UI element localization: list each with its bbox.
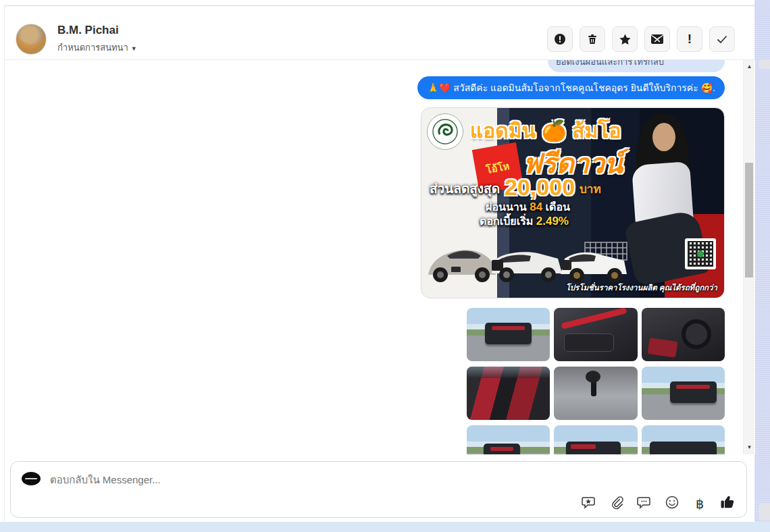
outgoing-message-text: 🙏❤️ สวัสดีค่ะ แอดมินส้มโอจากโชคคูณโชคอุด…: [427, 82, 715, 93]
emoji-button[interactable]: [664, 496, 680, 512]
schedule-conversation-dropdown[interactable]: กำหนดการสนทนา▼: [57, 41, 137, 55]
contact-avatar[interactable]: [16, 24, 47, 55]
outer-page-bottom-strip: [0, 522, 770, 532]
promo-discount-line: ส่วนลดสูงสุด20,000บาท: [430, 174, 601, 201]
attach-button[interactable]: [609, 496, 625, 512]
outer-scrollbar-thumb-bottom[interactable]: [759, 504, 770, 521]
mark-unread-button[interactable]: [644, 26, 670, 52]
photo-gallery: [467, 308, 725, 454]
clipped-message-text: ยอดเงินผ่อนและการโทรกลับ: [556, 60, 664, 67]
clipped-message-bubble[interactable]: ยอดเงินผ่อนและการโทรกลับ: [548, 60, 725, 72]
payment-baht-icon: ฿: [696, 496, 704, 512]
inbox-conversation-page: B.M. Pichai กำหนดการสนทนา▼: [0, 0, 770, 532]
scroll-down-arrow[interactable]: ▼: [744, 443, 755, 452]
gallery-photo-9[interactable]: [642, 425, 725, 454]
alert-circle-icon: [554, 33, 566, 45]
star-icon: [619, 33, 632, 46]
comment-button[interactable]: [636, 496, 652, 512]
gallery-photo-1[interactable]: [467, 308, 550, 361]
thumbs-up-icon: [719, 494, 736, 514]
outer-scrollbar-thumb[interactable]: [759, 59, 770, 69]
chat-messages-area[interactable]: ยอดเงินผ่อนและการโทรกลับ 🙏❤️ สวัสดีค่ะ แ…: [5, 60, 755, 454]
page-avatar: [22, 472, 41, 485]
exclamation-icon: !: [688, 32, 692, 47]
comment-bubble-icon: [637, 495, 652, 512]
outgoing-message-bubble[interactable]: 🙏❤️ สวัสดีค่ะ แอดมินส้มโอจากโชคคูณโชคอุด…: [417, 76, 725, 99]
trash-icon: [586, 33, 598, 45]
mark-done-button[interactable]: [709, 26, 735, 52]
gallery-photo-2[interactable]: [554, 308, 637, 361]
conversation-header: B.M. Pichai กำหนดการสนทนา▼: [5, 6, 754, 60]
reply-input[interactable]: ตอบกลับใน Messenger...: [50, 472, 591, 488]
report-button[interactable]: [547, 26, 573, 52]
chat-scrollbar[interactable]: ▲ ▼: [743, 60, 754, 454]
chevron-down-icon: ▼: [131, 45, 137, 52]
mark-important-button[interactable]: !: [677, 26, 702, 52]
dealer-logo: [427, 113, 463, 150]
contact-name: B.M. Pichai: [57, 24, 119, 37]
mark-unread-icon: [650, 34, 664, 45]
payment-button[interactable]: ฿: [692, 496, 708, 512]
like-button[interactable]: [719, 496, 736, 512]
outer-page-right-strip: [754, 0, 770, 522]
promo-footer-text: โปรโมชั่นราคาโรงงานผลิต คุณได้รถที่ถูกกว…: [566, 282, 717, 294]
conversation-panel: B.M. Pichai กำหนดการสนทนา▼: [4, 5, 754, 522]
header-actions: !: [547, 26, 735, 52]
gallery-photo-8[interactable]: [554, 425, 637, 454]
saved-reply-icon: [582, 495, 596, 512]
gallery-photo-3[interactable]: [642, 308, 725, 361]
star-button[interactable]: [612, 26, 638, 52]
saved-reply-button[interactable]: [581, 496, 597, 512]
composer-toolbar: ฿: [581, 496, 736, 512]
reply-composer[interactable]: ตอบกลับใน Messenger...: [10, 461, 747, 518]
gallery-photo-7[interactable]: [467, 425, 550, 454]
scroll-up-arrow[interactable]: ▲: [744, 62, 755, 72]
gallery-photo-4[interactable]: [467, 367, 550, 420]
gallery-photo-5[interactable]: [554, 367, 637, 420]
check-icon: [715, 32, 729, 46]
promo-image-attachment[interactable]: แอดมิน 🍊 ส้มโอ โอ้โห ฟรีดาวน์ ส่วนลดสูงส…: [421, 107, 725, 298]
gallery-photo-6[interactable]: [642, 367, 725, 420]
emoji-icon: [665, 495, 679, 512]
delete-button[interactable]: [580, 26, 605, 52]
scrollbar-thumb[interactable]: [745, 163, 753, 277]
qr-code: [685, 238, 716, 269]
paperclip-icon: [609, 495, 624, 512]
